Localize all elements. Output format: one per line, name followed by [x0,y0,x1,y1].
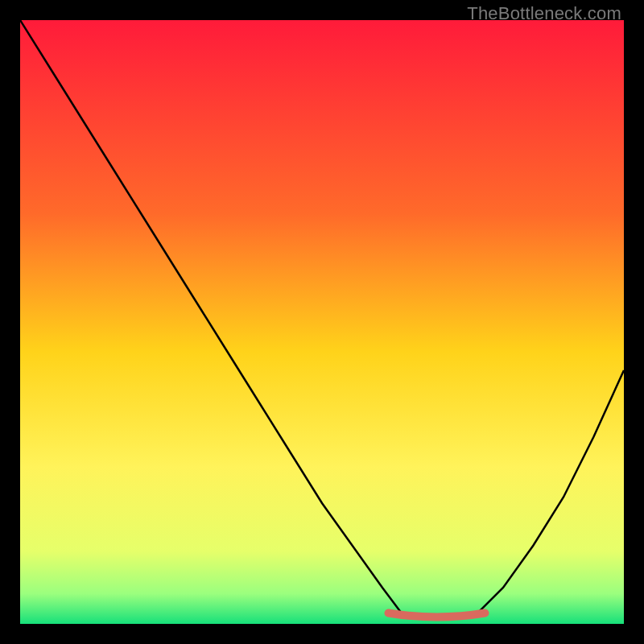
plot-area [20,20,624,624]
curve-path [20,20,624,618]
optimal-range-marker [389,613,485,617]
bottleneck-curve [20,20,624,624]
chart-container: TheBottleneck.com [0,0,644,644]
